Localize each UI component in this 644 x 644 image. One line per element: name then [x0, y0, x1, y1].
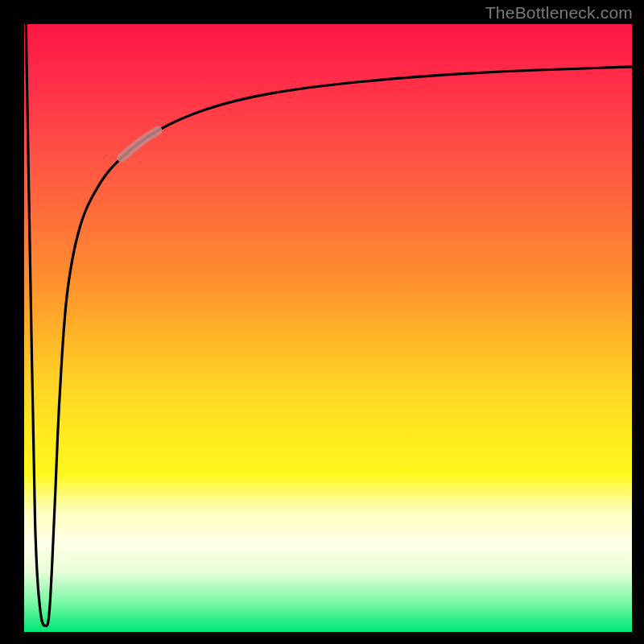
plot-area — [24, 24, 632, 632]
watermark-text: TheBottleneck.com — [485, 3, 633, 23]
curve-layer — [24, 24, 632, 632]
bottleneck-curve — [26, 24, 632, 626]
highlight-segment — [122, 130, 158, 158]
chart-frame: TheBottleneck.com — [0, 0, 644, 644]
